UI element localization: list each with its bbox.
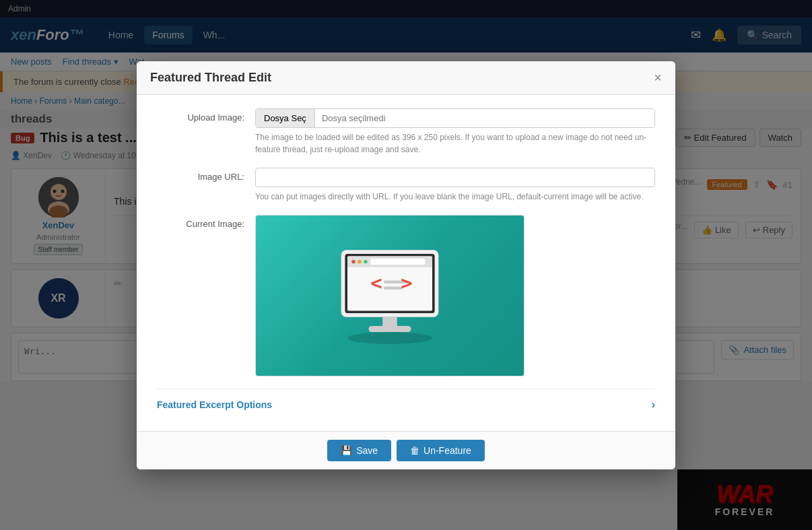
featured-excerpt-header[interactable]: Featured Excerpt Options › xyxy=(157,399,655,413)
modal-header: Featured Thread Edit × xyxy=(137,61,675,95)
svg-text:>: > xyxy=(401,271,412,294)
svg-text:<: < xyxy=(370,271,382,294)
chevron-right-icon: › xyxy=(652,399,655,411)
modal-footer: 💾 Save 🗑 Un-Feature xyxy=(137,431,675,469)
current-image-bg: < > xyxy=(256,216,524,376)
upload-image-label: Upload Image: xyxy=(157,108,244,123)
upload-image-content: Dosya Seç Dosya seçilmedi The image to b… xyxy=(255,108,655,156)
svg-rect-17 xyxy=(384,286,402,290)
url-hint: You can put images directly with URL. If… xyxy=(255,191,655,203)
upload-hint: The image to be loaded will be edited as… xyxy=(255,131,655,156)
modal-title: Featured Thread Edit xyxy=(150,71,271,85)
image-url-row: Image URL: You can put images directly w… xyxy=(157,168,655,203)
svg-rect-20 xyxy=(369,326,411,332)
current-image-label: Current Image: xyxy=(157,215,244,229)
modal: Featured Thread Edit × Upload Image: Dos… xyxy=(137,61,675,469)
trash-icon: 🗑 xyxy=(410,445,419,456)
current-image-container: < > xyxy=(255,215,525,376)
file-choose-button[interactable]: Dosya Seç xyxy=(256,109,315,127)
svg-rect-14 xyxy=(370,259,425,265)
close-icon: × xyxy=(654,70,662,85)
svg-point-13 xyxy=(364,259,367,263)
modal-close-button[interactable]: × xyxy=(654,71,662,84)
svg-point-12 xyxy=(358,259,361,263)
save-button[interactable]: 💾 Save xyxy=(327,440,391,461)
image-url-content: You can put images directly with URL. If… xyxy=(255,168,655,203)
featured-excerpt-section: Featured Excerpt Options › xyxy=(157,389,655,418)
file-input-row: Dosya Seç Dosya seçilmedi xyxy=(255,108,655,128)
svg-point-11 xyxy=(351,259,355,263)
modal-overlay: Featured Thread Edit × Upload Image: Dos… xyxy=(0,0,812,530)
image-url-input[interactable] xyxy=(255,168,655,187)
upload-image-row: Upload Image: Dosya Seç Dosya seçilmedi … xyxy=(157,108,655,156)
current-image-row: Current Image: xyxy=(157,215,655,376)
featured-excerpt-label: Featured Excerpt Options xyxy=(157,399,272,410)
image-url-label: Image URL: xyxy=(157,168,244,182)
current-image-content: < > xyxy=(255,215,655,376)
file-name: Dosya seçilmedi xyxy=(315,109,654,127)
svg-point-6 xyxy=(347,332,432,344)
modal-body: Upload Image: Dosya Seç Dosya seçilmedi … xyxy=(137,95,675,431)
unfeature-button[interactable]: 🗑 Un-Feature xyxy=(397,440,485,461)
save-icon: 💾 xyxy=(341,445,352,456)
